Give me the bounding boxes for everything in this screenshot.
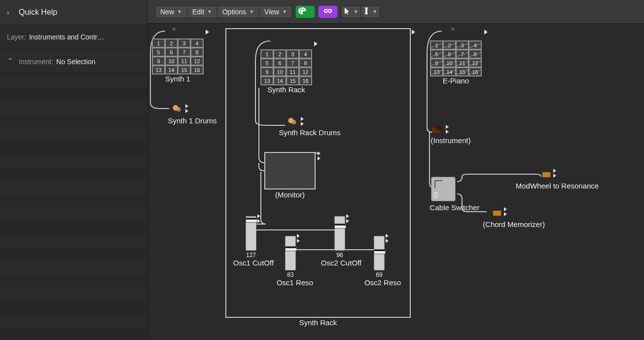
grid-cell[interactable]: 5 [430, 50, 443, 58]
node-label: Synth Rack [260, 85, 312, 94]
grid-cell[interactable]: 4 [469, 41, 481, 49]
grid-cell[interactable]: 14 [274, 76, 286, 85]
grid-cell[interactable]: 2 [443, 41, 456, 49]
grid-cell[interactable]: 5 [152, 48, 165, 56]
node-osc2-cutoff[interactable]: 96 [334, 216, 345, 259]
grid-cell[interactable]: 3 [178, 39, 190, 47]
grid-cell[interactable]: 11 [178, 57, 190, 65]
node-synth1-drums[interactable] [172, 104, 188, 113]
svg-point-1 [301, 8, 302, 9]
grid-cell[interactable]: 15 [286, 76, 299, 85]
options-menu[interactable]: Options ▼ [217, 5, 259, 18]
grid-cell[interactable]: 11 [286, 68, 299, 76]
new-menu[interactable]: New ▼ [155, 5, 187, 18]
fader[interactable] [285, 236, 296, 270]
grid-cell[interactable]: 13 [430, 68, 443, 76]
grid-cell[interactable]: 5 [261, 59, 273, 67]
grid-cell[interactable]: 1 [261, 50, 273, 58]
fader[interactable] [374, 236, 385, 270]
grid-cell[interactable]: 9 [152, 57, 165, 65]
grid-cell[interactable]: 15 [456, 68, 468, 76]
output-ports [257, 214, 260, 224]
grid-cell[interactable]: 4 [191, 39, 203, 47]
grid-cell[interactable]: 6 [165, 48, 178, 56]
pointer-tool[interactable]: ▼ [341, 5, 360, 18]
node-osc1-cutoff[interactable]: 127 [246, 216, 256, 259]
node-cable-switcher[interactable]: 0 [431, 177, 456, 201]
view-menu[interactable]: View ▼ [259, 5, 292, 18]
grid-cell[interactable]: 11 [456, 59, 468, 67]
caret-down-icon: ▼ [354, 9, 358, 14]
grid-cell[interactable]: 9 [261, 68, 273, 76]
caret-down-icon: ▼ [249, 9, 254, 14]
transformer-icon[interactable] [542, 172, 551, 178]
grid-cell[interactable]: 1 [430, 41, 443, 49]
color-palette-button[interactable]: › [295, 5, 315, 18]
grid-cell[interactable]: 14 [165, 66, 178, 74]
grid-cell[interactable]: 8 [469, 50, 481, 58]
grid-cell[interactable]: 2 [274, 50, 286, 58]
grid-cell[interactable]: 13 [152, 66, 165, 74]
grid-cell[interactable]: 7 [178, 48, 190, 56]
play-icon [484, 30, 488, 35]
node-instrument[interactable] [432, 124, 449, 134]
node-label: Cable Switcher [415, 203, 494, 212]
quick-help-header[interactable]: › Quick Help [0, 0, 147, 25]
layer-row[interactable]: Layer: Instruments and Contr… [0, 25, 147, 49]
grid-cell[interactable]: 12 [299, 68, 312, 76]
grid-cell[interactable]: 10 [443, 59, 456, 67]
svg-point-2 [303, 9, 304, 10]
node-label: Osc1 CutOff [229, 259, 278, 267]
grid-cell[interactable]: 6 [274, 59, 286, 67]
grid-cell[interactable]: 2 [165, 39, 178, 47]
fader[interactable] [334, 216, 345, 251]
node-label: Osc2 CutOff [317, 259, 366, 267]
fader-thumb[interactable] [285, 246, 297, 251]
environment-canvas[interactable]: 12345678910111213141516 Synth 1 Synth 1 … [148, 24, 644, 340]
grid-cell[interactable]: 16 [299, 76, 312, 85]
node-synth-rack[interactable]: 12345678910111213141516 Synth Rack [260, 49, 312, 94]
grid-cell[interactable]: 7 [456, 50, 468, 58]
fader-thumb[interactable] [334, 224, 346, 228]
cable-switcher-box[interactable]: 0 [431, 177, 456, 201]
grid-cell[interactable]: 10 [165, 57, 178, 65]
grid-cell[interactable]: 10 [274, 68, 286, 76]
node-epiano[interactable]: 12345678910111213141516 E-Piano [430, 40, 482, 85]
multi-instrument-grid[interactable]: 12345678910111213141516 [430, 40, 482, 76]
text-tool[interactable]: ▼ [360, 5, 380, 18]
grid-cell[interactable]: 8 [299, 59, 312, 67]
grid-cell[interactable]: 9 [430, 59, 443, 67]
grid-cell[interactable]: 13 [261, 76, 273, 85]
instrument-row[interactable]: › Instrument: No Selection [0, 49, 147, 74]
chord-memorizer-icon[interactable] [493, 210, 501, 216]
grid-cell[interactable]: 14 [443, 68, 456, 76]
output-ports [185, 104, 188, 113]
node-osc1-reso[interactable]: 83 [285, 236, 296, 278]
output-ports [504, 207, 507, 217]
play-icon [206, 30, 209, 35]
link-button[interactable] [318, 5, 338, 18]
node-synth1[interactable]: 12345678910111213141516 Synth 1 [152, 38, 204, 83]
grid-cell[interactable]: 6 [443, 50, 456, 58]
node-osc2-reso[interactable]: 69 [374, 236, 385, 278]
fader[interactable] [246, 216, 256, 251]
grid-cell[interactable]: 12 [469, 59, 481, 67]
multi-instrument-grid[interactable]: 12345678910111213141516 [260, 49, 312, 85]
grid-cell[interactable]: 16 [191, 66, 203, 74]
grid-cell[interactable]: 8 [191, 48, 203, 56]
grid-cell[interactable]: 16 [469, 68, 481, 76]
node-monitor[interactable] [264, 152, 316, 189]
grid-cell[interactable]: 4 [299, 50, 312, 58]
multi-instrument-grid[interactable]: 12345678910111213141516 [152, 38, 204, 75]
grid-cell[interactable]: 1 [152, 39, 165, 47]
edit-menu[interactable]: Edit ▼ [187, 5, 217, 18]
fader-thumb[interactable] [246, 218, 257, 223]
grid-cell[interactable]: 3 [456, 41, 468, 49]
grid-cell[interactable]: 3 [286, 50, 299, 58]
fader-thumb[interactable] [374, 249, 386, 254]
grid-cell[interactable]: 7 [286, 59, 299, 67]
grid-cell[interactable]: 15 [178, 66, 190, 74]
edit-label: Edit [192, 8, 204, 16]
grid-cell[interactable]: 12 [191, 57, 203, 65]
node-synth-rack-drums[interactable] [287, 116, 304, 126]
